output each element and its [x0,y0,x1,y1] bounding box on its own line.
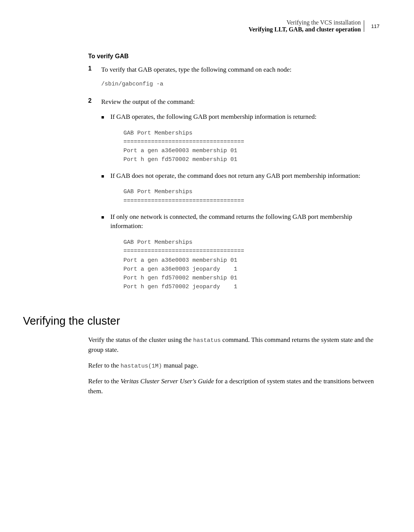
bullet-text: If GAB operates, the following GAB port … [110,112,380,122]
body-paragraph: Refer to the Veritas Cluster Server User… [88,376,380,396]
step-1: 1 To verify that GAB operates, type the … [88,65,380,90]
para-text: Refer to the [88,378,121,385]
bullet-text: If GAB does not operate, the command doe… [110,171,380,181]
para-text: Refer to the [88,362,121,369]
header-section: Verifying LLT, GAB, and cluster operatio… [248,26,361,33]
bullet-item: ■ If GAB operates, the following GAB por… [101,112,380,122]
header-divider [364,20,364,32]
body-paragraph: Verify the status of the cluster using t… [88,335,380,355]
code-command: /sbin/gabconfig -a [101,80,380,89]
bullet-item: ■ If GAB does not operate, the command d… [101,171,380,181]
bullet-square-icon: ■ [101,171,110,181]
bullet-square-icon: ■ [101,212,110,231]
citation-title: Veritas Cluster Server User's Guide [121,378,214,385]
inline-code: hastatus(1M) [121,363,162,369]
header-chapter: Verifying the VCS installation [248,19,361,26]
code-output: GAB Port Memberships ===================… [123,187,380,205]
body-paragraph: Refer to the hastatus(1M) manual page. [88,361,380,371]
code-output: GAB Port Memberships ===================… [123,238,380,292]
heading-level-2: Verifying the cluster [0,315,380,327]
inline-code: hastatus [193,337,221,344]
page-number: 117 [371,23,380,29]
step-number: 1 [88,65,101,90]
code-output: GAB Port Memberships ===================… [123,129,380,164]
para-text: manual page. [162,362,199,369]
step-2: 2 Review the output of the command: ■ If… [88,97,380,298]
step-text: Review the output of the command: [101,98,195,105]
bullet-text: If only one network is connected, the co… [110,212,380,231]
bullet-square-icon: ■ [101,112,110,122]
page-header: Verifying the VCS installation Verifying… [88,19,380,33]
para-text: Verify the status of the cluster using t… [88,336,193,343]
procedure-title: To verify GAB [88,53,380,60]
step-text: To verify that GAB operates, type the fo… [101,66,291,73]
bullet-item: ■ If only one network is connected, the … [101,212,380,231]
step-number: 2 [88,97,101,298]
